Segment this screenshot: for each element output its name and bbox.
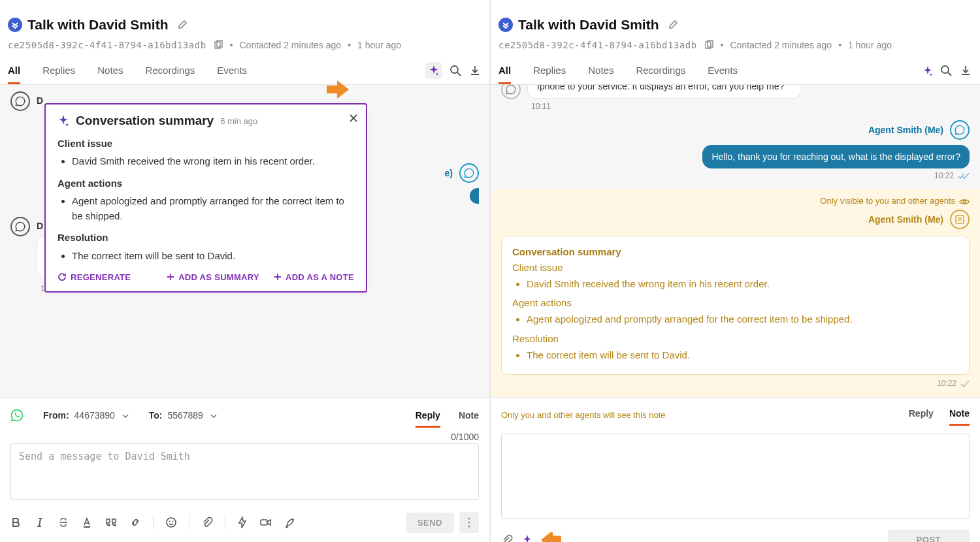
message-input[interactable] [10, 443, 479, 500]
search-icon[interactable] [449, 64, 462, 77]
note-title: Conversation summary [512, 244, 958, 259]
edit-icon[interactable] [177, 19, 189, 31]
agent-message: Hello, thank you for reaching out, what … [702, 145, 970, 168]
tab-all[interactable]: All [8, 57, 20, 84]
message-timestamp: 10:22 [934, 171, 954, 180]
note-timestamp: 10:22 [937, 379, 956, 388]
agent-name: Agent Smith (Me) [868, 125, 943, 135]
check-icon [960, 379, 970, 388]
svg-point-13 [468, 521, 470, 523]
svg-point-17 [941, 66, 949, 73]
note-icon [950, 210, 970, 229]
svg-point-10 [172, 521, 174, 522]
add-as-summary-button[interactable]: ADD AS SUMMARY [167, 272, 259, 282]
svg-point-2 [451, 66, 458, 73]
note-card: Conversation summary Client issue David … [501, 236, 970, 375]
tab-notes[interactable]: Notes [97, 57, 123, 84]
note-visibility-label: Only visible to you and other agents [820, 196, 955, 206]
whatsapp-icon [10, 217, 30, 236]
svg-point-19 [963, 200, 966, 203]
chevron-down-icon [122, 410, 129, 421]
ai-summary-button[interactable] [425, 62, 442, 79]
svg-point-12 [468, 517, 470, 519]
close-icon[interactable] [349, 112, 358, 123]
svg-line-18 [948, 72, 951, 76]
summary-age: 6 min ago [220, 116, 257, 126]
video-icon[interactable] [259, 517, 272, 528]
regenerate-button[interactable]: REGENERATE [57, 272, 131, 282]
page-title: Talk with David Smith [27, 17, 168, 33]
text-color-icon[interactable] [81, 517, 93, 528]
note-item: The correct item will be sent to David. [527, 347, 958, 362]
to-field[interactable]: To: 5567889 [149, 410, 218, 421]
chevron-down-icon [210, 410, 218, 421]
summary-title: Conversation summary [76, 114, 214, 128]
composer-tab-reply[interactable]: Reply [416, 405, 440, 428]
italic-icon[interactable] [34, 517, 46, 528]
send-more-button[interactable] [459, 512, 479, 533]
record-id: ce2505d8-392c-4f41-8794-a16bd13adb [498, 40, 697, 50]
note-hint: Only you and other agents will see this … [501, 410, 665, 420]
svg-rect-11 [261, 520, 267, 525]
strikethrough-icon[interactable] [57, 517, 69, 528]
copy-icon[interactable] [213, 39, 223, 50]
collapse-icon[interactable] [498, 18, 513, 32]
attachment-icon[interactable] [501, 534, 513, 542]
search-icon[interactable] [939, 64, 953, 77]
summary-section-label: Agent actions [57, 176, 354, 191]
composer-tab-reply[interactable]: Reply [909, 404, 934, 426]
emoji-icon[interactable] [165, 517, 177, 528]
quick-reply-icon[interactable] [237, 517, 248, 528]
summary-item: The correct item will be sent to David. [72, 248, 354, 263]
bold-icon[interactable] [10, 517, 22, 528]
svg-point-9 [169, 521, 171, 522]
edit-icon[interactable] [668, 19, 679, 31]
summary-section-label: Resolution [57, 230, 354, 245]
link-icon[interactable] [129, 517, 141, 528]
note-author: Agent Smith (Me) [868, 214, 943, 225]
collapse-icon[interactable] [8, 18, 22, 32]
callout-arrow-right-icon [327, 80, 349, 99]
summary-item: David Smith received the wrong item in h… [72, 153, 354, 168]
launch-icon[interactable] [284, 517, 296, 528]
add-as-note-button[interactable]: ADD AS A NOTE [274, 272, 354, 282]
customer-message: Iphone to your service. It displays an e… [527, 85, 802, 99]
post-button[interactable]: POST [888, 530, 970, 542]
send-button[interactable]: SEND [406, 513, 454, 533]
ai-summary-button[interactable] [923, 65, 933, 76]
svg-point-14 [468, 525, 470, 527]
composer-tab-note[interactable]: Note [459, 405, 479, 428]
composer-tab-note[interactable]: Note [949, 404, 970, 426]
tab-recordings[interactable]: Recordings [145, 57, 195, 84]
tab-recordings[interactable]: Recordings [636, 57, 685, 84]
tab-replies[interactable]: Replies [533, 57, 566, 84]
ai-sparkle-icon[interactable] [522, 534, 532, 542]
status-age: 1 hour ago [848, 40, 892, 50]
tab-notes[interactable]: Notes [588, 57, 613, 84]
tab-replies[interactable]: Replies [42, 57, 75, 84]
whatsapp-icon [10, 409, 24, 422]
quote-icon[interactable] [105, 517, 118, 528]
summary-section-label: Client issue [57, 136, 354, 151]
agent-name-partial: e) [445, 168, 453, 178]
download-icon[interactable] [468, 64, 482, 77]
char-counter: 0/1000 [10, 432, 479, 442]
note-section-label: Resolution [512, 331, 958, 346]
svg-rect-7 [84, 526, 90, 528]
from-field[interactable]: From: 44673890 [43, 410, 129, 421]
svg-line-3 [457, 72, 461, 76]
note-input[interactable] [501, 434, 970, 518]
whatsapp-icon [10, 91, 30, 111]
svg-point-8 [167, 518, 176, 527]
tab-events[interactable]: Events [217, 57, 247, 84]
tab-all[interactable]: All [498, 57, 511, 84]
whatsapp-icon [501, 85, 521, 99]
download-icon[interactable] [959, 64, 972, 77]
copy-icon[interactable] [704, 39, 714, 50]
note-section-label: Client issue [512, 260, 958, 275]
tab-events[interactable]: Events [708, 57, 738, 84]
sparkle-icon [57, 115, 69, 127]
conversation-summary-popup: Conversation summary 6 min ago Client is… [44, 103, 367, 293]
note-item: Agent apologized and promptly arranged f… [527, 311, 958, 327]
attachment-icon[interactable] [201, 517, 213, 528]
